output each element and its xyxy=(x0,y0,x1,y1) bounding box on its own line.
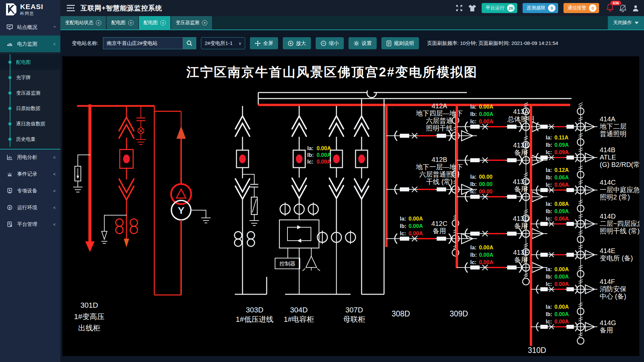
badge-comm-alarm[interactable]: 通信报警 0 xyxy=(564,3,599,13)
svg-text:Ic:: Ic: xyxy=(470,189,477,194)
sidebar-item-operating-environment[interactable]: 运行环境 < xyxy=(0,199,60,216)
badge-count: 0 xyxy=(589,4,596,12)
tab-transformer-monitoring[interactable]: 变压器监测 × xyxy=(171,16,212,29)
sidebar-item-power-monitoring[interactable]: 电力监测 < xyxy=(0,36,60,52)
svg-text:Ia:: Ia: xyxy=(546,135,552,140)
close-tab-icon[interactable]: × xyxy=(128,20,133,25)
feeder-414C[interactable]: 414C一层中庭应急照明2 (常)Ia:0.12AIb:0.06AIc:0.06… xyxy=(531,166,639,201)
sidebar-item-special-equipment[interactable]: 专项设备 < xyxy=(0,182,60,199)
svg-text:Ia:: Ia: xyxy=(470,174,477,180)
feeder-414A[interactable]: 414A地下二层普通照明 xyxy=(531,103,627,137)
badge-telemetry-overlimit[interactable]: 遥测越限 0 xyxy=(523,3,558,13)
sidebar-item-power-analysis[interactable]: 用电分析 < xyxy=(0,149,60,166)
svg-text:304D: 304D xyxy=(290,306,308,314)
ground-symbol xyxy=(73,187,82,192)
sidebar-item-light-board[interactable]: 光字牌 xyxy=(0,70,60,85)
feeder-413A[interactable]: 413A总体照明Ia:0.00AIb:0.00AIc:0.00A xyxy=(457,103,547,132)
svg-text:0.00A: 0.00A xyxy=(554,304,569,310)
zoom-in-icon xyxy=(288,41,293,46)
menu-collapse-icon[interactable] xyxy=(66,5,75,11)
alarm-bell-icon[interactable]: 636 xyxy=(606,3,614,13)
svg-text:414E: 414E xyxy=(600,247,615,254)
svg-text:Ia:: Ia: xyxy=(546,304,552,310)
svg-text:Ia:: Ia: xyxy=(546,167,552,173)
svg-text:照明干线 (常): 照明干线 (常) xyxy=(600,227,639,235)
svg-text:Ib:: Ib: xyxy=(546,311,552,317)
sidebar-item-platform-management[interactable]: 平台管理 < xyxy=(0,216,60,233)
feeder-414B[interactable]: 414BATLE(G) B2/RD(常)Ia:0.11AIb:0.09AIc:0… xyxy=(531,133,639,168)
sidebar: KEASI 科阿思 站点概况 ^ 电力监测 < xyxy=(0,0,60,362)
sidebar-item-label: 电力监测 xyxy=(17,41,37,47)
user-icon[interactable] xyxy=(632,4,639,12)
close-tab-icon[interactable]: × xyxy=(160,20,166,25)
badge-platform-running[interactable]: 平台运行 26 xyxy=(482,3,517,13)
tab-substation-status[interactable]: 变配电站状态 × xyxy=(60,16,106,29)
sidebar-item-history-energy[interactable]: 历史电量 xyxy=(0,131,60,147)
capacitor-bank-row1 xyxy=(280,202,318,216)
chevron-down-icon: ∨ xyxy=(238,41,242,46)
rules-button[interactable]: 规则说明 xyxy=(381,37,419,49)
svg-text:413A: 413A xyxy=(513,108,529,115)
tab-distribution-diagram-1[interactable]: 配电图 × xyxy=(107,16,138,29)
svg-text:Ib:: Ib: xyxy=(546,142,552,148)
close-operations-dropdown[interactable]: 关闭操作 xyxy=(608,16,644,29)
feeder-413E[interactable]: 413E备用Ia:0.00AIb:0.00AIc:0.00A xyxy=(457,243,547,285)
sidebar-item-label: 站点概况 xyxy=(17,24,37,31)
svg-text:0.06A: 0.06A xyxy=(554,216,569,222)
feeder-414E[interactable]: 414E变电所 (备) xyxy=(531,231,633,262)
svg-text:Ib:: Ib: xyxy=(400,223,407,229)
svg-text:一层中庭应急: 一层中庭应急 xyxy=(600,186,639,193)
device-icon xyxy=(7,188,13,193)
svg-text:变电所 (备): 变电所 (备) xyxy=(600,254,633,262)
bullet-dot-icon xyxy=(8,76,11,79)
feeder-column-310D: 414A地下二层普通照明414BATLE(G) B2/RD(常)Ia:0.11A… xyxy=(528,103,639,355)
svg-text:二层~四层应急: 二层~四层应急 xyxy=(600,220,639,227)
sidebar-item-site-overview[interactable]: 站点概况 ^ xyxy=(0,19,60,36)
substation-select[interactable]: 2#变电所1-1 ∨ xyxy=(201,37,245,49)
station-name-input[interactable] xyxy=(103,37,183,49)
feeder-column-309D: 413A总体照明Ia:0.00AIb:0.00AIc:0.00A413B备用41… xyxy=(450,103,547,318)
feeder-413C[interactable]: 413C备用Ia:00.00Ib:00.00Ic:00.00 xyxy=(457,173,547,202)
bullet-dot-icon xyxy=(8,92,11,95)
search-button[interactable] xyxy=(183,37,196,49)
svg-text:414F: 414F xyxy=(600,278,615,285)
svg-text:备用: 备用 xyxy=(514,149,528,156)
theme-skin-icon[interactable] xyxy=(468,4,476,12)
svg-text:1#电容柜: 1#电容柜 xyxy=(284,315,314,323)
zoom-out-button[interactable]: 缩小 xyxy=(316,37,344,49)
gear-icon xyxy=(354,41,359,46)
feeder-412A[interactable]: 412A地下四层—地下六层普通照明干线 xyxy=(386,102,477,141)
feeder-414D[interactable]: 414D二层~四层应急照明干线 (常)Ia:0.08AIb:0.09AIc:0.… xyxy=(531,200,639,235)
hv-section xyxy=(73,106,154,252)
sidebar-item-transformer-monitoring[interactable]: 变压器监测 xyxy=(0,85,60,101)
svg-text:0.06A: 0.06A xyxy=(554,175,569,180)
chevron-left-icon: < xyxy=(53,172,56,177)
sidebar-item-daily-raw-data[interactable]: 日原始数据 xyxy=(0,101,60,116)
feeder-414F[interactable]: 414F消防安保中心 (备)Ia:0.00AIb:0.00AIc:0.00A xyxy=(531,265,627,300)
sidebar-item-event-records[interactable]: 事件记录 < xyxy=(0,166,60,182)
transformer-section xyxy=(154,106,211,295)
svg-text:Ib:: Ib: xyxy=(470,181,477,187)
settings-button[interactable]: 设置 xyxy=(348,37,377,49)
zoom-in-button[interactable]: 放大 xyxy=(283,37,311,49)
feeder-412C[interactable]: 412C备用Ia:0.00AIb:0.00AIc:0.00A xyxy=(386,215,477,256)
svg-text:六层普通照明: 六层普通照明 xyxy=(419,171,460,178)
delta-load-symbol xyxy=(306,256,317,267)
feeder-412B[interactable]: 412B地下一层—地下六层普通照明干线 (常) xyxy=(386,156,477,194)
tab-distribution-diagram-2[interactable]: 配电图 × xyxy=(139,16,170,29)
svg-text:00.00: 00.00 xyxy=(479,174,492,180)
cabinet-label-307D: 307D母联柜 xyxy=(343,306,365,323)
feeder-413B[interactable]: 413B备用 xyxy=(457,136,547,165)
sidebar-item-distribution-diagram[interactable]: 配电图 xyxy=(0,54,60,70)
fullscreen-button[interactable]: 全屏 xyxy=(250,37,278,49)
close-tab-icon[interactable]: × xyxy=(202,20,207,25)
bar-chart-icon xyxy=(7,155,13,160)
feeder-414G[interactable]: 414G备用Ia:0.00AIb:0.00AIc:0.00A xyxy=(531,303,616,344)
ct-symbol xyxy=(116,219,123,226)
fullscreen-icon[interactable] xyxy=(455,4,463,12)
close-tab-icon[interactable]: × xyxy=(96,20,101,25)
sidebar-item-daily-extreme-data[interactable]: 逐日急值数据 xyxy=(0,116,60,131)
svg-text:413C: 413C xyxy=(513,178,529,185)
svg-text:Ia:: Ia: xyxy=(546,201,552,207)
mute-bell-icon[interactable] xyxy=(619,4,627,12)
